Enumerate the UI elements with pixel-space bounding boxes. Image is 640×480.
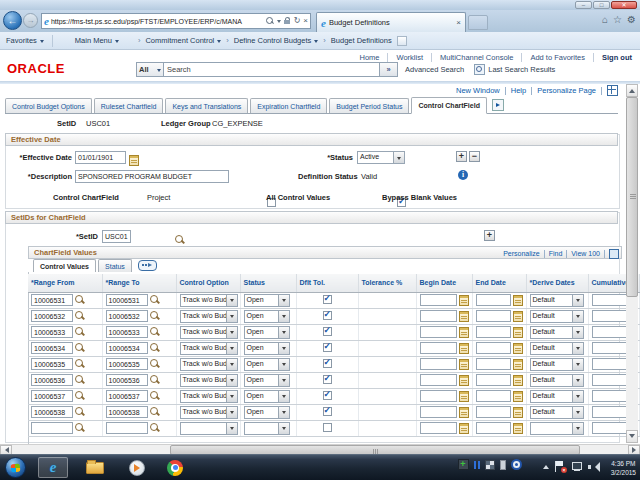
derive-dates-select[interactable]: Default <box>530 326 584 339</box>
control-option-select[interactable]: Track w/o Budg <box>180 310 238 323</box>
search-icon[interactable] <box>266 17 274 25</box>
calendar-icon[interactable] <box>459 407 468 418</box>
calendar-icon[interactable] <box>459 311 468 322</box>
help-link[interactable]: Help <box>511 86 526 95</box>
favorites-menu[interactable]: Favorites <box>6 36 44 45</box>
dflt-tol-checkbox[interactable] <box>323 343 332 352</box>
begin-date-input[interactable] <box>420 342 458 354</box>
begin-date-input[interactable] <box>420 310 458 322</box>
tab-keys-and-translations[interactable]: Keys and Translations <box>165 98 248 113</box>
calendar-icon[interactable] <box>513 359 522 370</box>
begin-date-input[interactable] <box>420 422 458 434</box>
action-center-flag-icon[interactable]: × <box>555 461 565 472</box>
range-to-input[interactable]: 10006533 <box>106 326 148 338</box>
vertical-scrollbar[interactable] <box>626 84 638 443</box>
last-search-results-link[interactable]: Last Search Results <box>488 65 555 74</box>
refresh-icon[interactable]: ↻ <box>294 17 301 25</box>
url-text[interactable]: https://fms-tst.ps.sc.edu/psp/FTST/EMPLO… <box>51 18 264 25</box>
grid-setid-input[interactable]: USC01 <box>102 230 131 243</box>
lookup-icon[interactable] <box>75 311 85 321</box>
control-option-select[interactable]: Track w/o Budg <box>180 390 238 403</box>
control-option-select[interactable]: Track w/o Budg <box>180 294 238 307</box>
calendar-icon[interactable] <box>513 391 522 402</box>
derive-dates-select[interactable]: Default <box>530 374 584 387</box>
range-to-input[interactable]: 10006531 <box>106 294 148 306</box>
end-date-input[interactable] <box>476 326 512 338</box>
range-to-input[interactable]: 10006532 <box>106 310 148 322</box>
lookup-icon[interactable] <box>150 359 160 369</box>
tab-control-budget-options[interactable]: Control Budget Options <box>5 98 92 113</box>
calendar-icon[interactable] <box>459 359 468 370</box>
find-link[interactable]: Find <box>549 250 563 257</box>
end-date-input[interactable] <box>476 406 512 418</box>
search-scope-select[interactable]: All <box>136 62 164 77</box>
network-icon[interactable] <box>571 462 582 472</box>
new-tab-button[interactable] <box>468 15 488 30</box>
minimize-icon[interactable]: – <box>575 1 592 9</box>
status-select[interactable]: Open <box>244 390 290 403</box>
range-from-input[interactable]: 10006534 <box>31 342 73 354</box>
dflt-tol-checkbox[interactable] <box>323 327 332 336</box>
status-select[interactable]: Open <box>244 406 290 419</box>
calendar-icon[interactable] <box>513 407 522 418</box>
browser-tab[interactable]: e Budget Definitions × <box>316 12 466 32</box>
home-link[interactable]: Home <box>359 53 379 62</box>
range-from-input[interactable]: 10006536 <box>31 374 73 386</box>
taskbar-chrome[interactable] <box>160 457 190 478</box>
lookup-icon[interactable] <box>75 423 85 433</box>
end-date-input[interactable] <box>476 390 512 402</box>
range-from-input[interactable]: 10006533 <box>31 326 73 338</box>
end-date-input[interactable] <box>476 342 512 354</box>
begin-date-input[interactable] <box>420 406 458 418</box>
lookup-icon[interactable] <box>150 423 160 433</box>
begin-date-input[interactable] <box>420 374 458 386</box>
control-option-select[interactable]: Track w/o Budg <box>180 406 238 419</box>
volume-icon[interactable] <box>588 462 598 472</box>
range-to-input[interactable] <box>106 422 148 434</box>
chevron-down-icon[interactable] <box>277 20 281 25</box>
lookup-icon[interactable] <box>150 311 160 321</box>
derive-dates-select[interactable]: Default <box>530 294 584 307</box>
lookup-icon[interactable] <box>75 327 85 337</box>
end-date-input[interactable] <box>476 294 512 306</box>
multichannel-console-link[interactable]: MultiChannel Console <box>440 53 513 62</box>
range-from-input[interactable]: 10006537 <box>31 390 73 402</box>
status-select[interactable]: Open <box>244 358 290 371</box>
range-to-input[interactable]: 10006535 <box>106 358 148 370</box>
control-option-select[interactable]: Track w/o Budg <box>180 374 238 387</box>
lookup-icon[interactable] <box>150 295 160 305</box>
home-icon[interactable]: ⌂ <box>602 14 608 26</box>
dflt-tol-checkbox[interactable] <box>323 295 332 304</box>
lookup-icon[interactable] <box>150 327 160 337</box>
calendar-icon[interactable] <box>459 295 468 306</box>
derive-dates-select[interactable]: Default <box>530 310 584 323</box>
more-tabs-icon[interactable] <box>492 99 504 111</box>
calendar-icon[interactable] <box>459 375 468 386</box>
url-field[interactable]: e https://fms-tst.ps.sc.edu/psp/FTST/EMP… <box>41 13 311 29</box>
tab-expiration-chartfield[interactable]: Expiration Chartfield <box>250 98 327 113</box>
end-date-input[interactable] <box>476 374 512 386</box>
control-option-select[interactable] <box>180 422 238 435</box>
range-to-input[interactable]: 10006536 <box>106 374 148 386</box>
range-from-input[interactable]: 10006535 <box>31 358 73 370</box>
calendar-icon[interactable] <box>513 311 522 322</box>
dflt-tol-checkbox[interactable] <box>323 391 332 400</box>
range-from-input[interactable]: 10006531 <box>31 294 73 306</box>
add-row-button[interactable]: + <box>456 151 467 162</box>
derive-dates-select[interactable]: Default <box>530 358 584 371</box>
calendar-icon[interactable] <box>129 155 139 166</box>
control-option-select[interactable]: Track w/o Budg <box>180 342 238 355</box>
lookup-icon[interactable] <box>75 375 85 385</box>
end-date-input[interactable] <box>476 310 512 322</box>
status-select[interactable] <box>244 422 290 435</box>
calendar-icon[interactable] <box>513 295 522 306</box>
status-select[interactable]: Open <box>244 326 290 339</box>
range-to-input[interactable]: 10006538 <box>106 406 148 418</box>
dflt-tol-checkbox[interactable] <box>323 423 332 432</box>
tab-ruleset-chartfield[interactable]: Ruleset Chartfield <box>94 98 164 113</box>
start-button[interactable] <box>5 457 26 478</box>
close-icon[interactable]: ✕ <box>611 1 637 9</box>
view-100-link[interactable]: View 100 <box>571 250 600 257</box>
calendar-icon[interactable] <box>459 343 468 354</box>
vertical-scroll-thumb[interactable] <box>626 97 638 297</box>
